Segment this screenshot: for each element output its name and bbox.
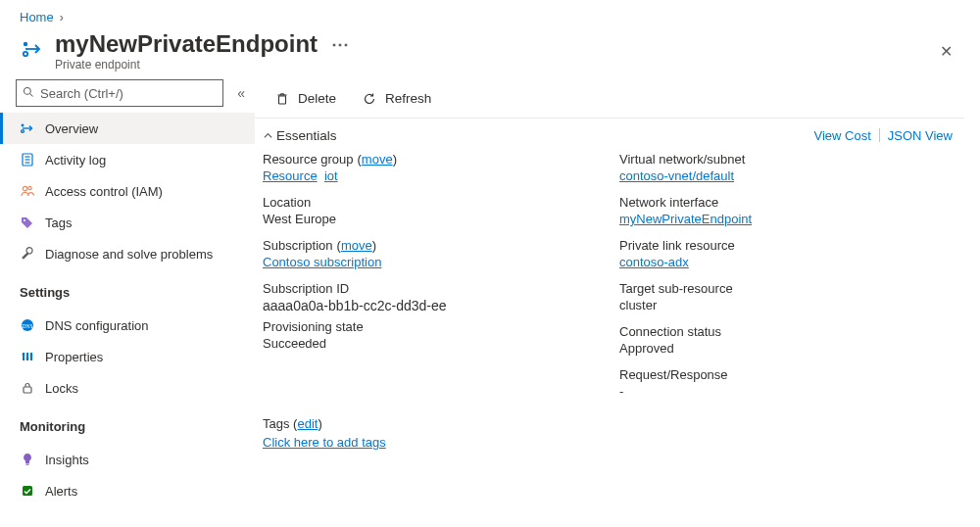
refresh-button[interactable]: Refresh <box>352 87 441 111</box>
svg-text:DNS: DNS <box>22 323 32 329</box>
sidebar-item-activity-log[interactable]: Activity log <box>0 144 255 175</box>
essentials-header[interactable]: Essentials View Cost JSON View <box>255 119 964 152</box>
sidebar-item-label: Insights <box>45 453 89 467</box>
field-network-interface: Network interface myNewPrivateEndpoint <box>619 195 956 226</box>
resource-group-move-link[interactable]: move <box>362 152 393 167</box>
svg-point-0 <box>24 42 27 46</box>
svg-rect-21 <box>24 387 31 393</box>
sidebar-group-settings: Settings <box>16 269 255 306</box>
sidebar-item-label: Alerts <box>45 484 77 499</box>
sidebar-item-label: Tags <box>45 216 72 230</box>
command-bar: Delete Refresh <box>255 79 964 119</box>
log-icon <box>20 152 35 168</box>
more-menu-button[interactable]: ⋯ <box>331 33 350 55</box>
field-private-link-resource: Private link resource contoso-adx <box>619 238 956 269</box>
svg-point-11 <box>28 186 31 189</box>
chevron-right-icon: › <box>60 11 64 24</box>
breadcrumb: Home › <box>0 0 980 26</box>
svg-point-12 <box>24 219 25 221</box>
sidebar-item-access-control[interactable]: Access control (IAM) <box>0 175 255 207</box>
page-subtitle: Private endpoint <box>55 58 350 72</box>
sidebar-item-label: Activity log <box>45 153 106 168</box>
sidebar: « Overview Activity log <box>0 79 255 526</box>
svg-point-4 <box>22 124 24 127</box>
sidebar-item-dns-configuration[interactable]: DNS DNS configuration <box>0 310 255 341</box>
close-button[interactable]: ✕ <box>936 38 956 65</box>
sidebar-item-alerts[interactable]: Alerts <box>0 475 255 506</box>
tag-icon <box>20 215 35 230</box>
trash-icon <box>274 91 290 107</box>
svg-rect-22 <box>26 464 29 465</box>
refresh-icon <box>362 91 377 107</box>
svg-point-20 <box>30 355 33 358</box>
view-cost-link[interactable]: View Cost <box>806 128 878 143</box>
collapse-sidebar-button[interactable]: « <box>233 81 249 105</box>
field-location: Location West Europe <box>263 195 600 226</box>
network-interface-link[interactable]: myNewPrivateEndpoint <box>619 212 752 226</box>
field-tags: Tags (edit) Click here to add tags <box>255 399 964 450</box>
essentials-grid: Resource group (move) Resource iot Locat… <box>255 152 964 399</box>
breadcrumb-home[interactable]: Home <box>20 10 54 24</box>
dns-icon: DNS <box>20 317 35 333</box>
vnet-subnet-link[interactable]: contoso-vnet/default <box>619 168 734 183</box>
sidebar-item-label: Diagnose and solve problems <box>45 247 213 262</box>
field-vnet-subnet: Virtual network/subnet contoso-vnet/defa… <box>619 152 956 183</box>
subscription-move-link[interactable]: move <box>341 238 372 253</box>
sidebar-item-label: Access control (IAM) <box>45 184 163 199</box>
sidebar-group-monitoring: Monitoring <box>16 404 255 440</box>
sidebar-item-label: Overview <box>45 121 98 136</box>
essentials-title: Essentials <box>276 128 337 143</box>
tags-edit-link[interactable]: edit <box>297 416 318 431</box>
sidebar-item-properties[interactable]: Properties <box>0 341 255 372</box>
delete-label: Delete <box>298 91 336 106</box>
svg-point-19 <box>26 358 29 360</box>
resource-group-link-2[interactable]: iot <box>324 168 338 183</box>
field-provisioning-state: Provisioning state Succeeded <box>263 319 600 351</box>
field-subscription-id: Subscription ID aaaa0a0a-bb1b-cc2c-dd3d-… <box>263 281 600 313</box>
page-header: myNewPrivateEndpoint ⋯ Private endpoint … <box>0 26 980 79</box>
svg-point-10 <box>23 186 26 190</box>
sidebar-item-label: Properties <box>45 350 103 364</box>
resource-group-link-1[interactable]: Resource <box>263 168 318 183</box>
search-icon <box>23 86 34 101</box>
refresh-label: Refresh <box>385 91 431 106</box>
svg-point-18 <box>23 354 25 357</box>
main-content: Delete Refresh Essentials View Cost JSON… <box>255 79 980 469</box>
field-connection-status: Connection status Approved <box>619 324 956 356</box>
json-view-link[interactable]: JSON View <box>880 128 960 143</box>
private-endpoint-icon <box>20 36 45 62</box>
subscription-link[interactable]: Contoso subscription <box>263 255 381 269</box>
delete-button[interactable]: Delete <box>265 87 346 111</box>
page-title: myNewPrivateEndpoint <box>55 30 318 58</box>
endpoint-icon <box>20 120 35 136</box>
sidebar-item-locks[interactable]: Locks <box>0 372 255 404</box>
properties-icon <box>20 349 35 364</box>
svg-rect-24 <box>279 96 286 104</box>
sidebar-item-diagnose[interactable]: Diagnose and solve problems <box>0 238 255 269</box>
wrench-icon <box>20 246 35 262</box>
field-resource-group: Resource group (move) Resource iot <box>263 152 600 183</box>
insights-icon <box>20 452 35 467</box>
svg-line-3 <box>30 93 33 96</box>
sidebar-item-insights[interactable]: Insights <box>0 444 255 475</box>
field-subscription: Subscription (move) Contoso subscription <box>263 238 600 269</box>
sidebar-item-label: Locks <box>45 381 78 396</box>
svg-point-1 <box>24 52 27 56</box>
people-icon <box>20 183 35 199</box>
sidebar-item-tags[interactable]: Tags <box>0 207 255 238</box>
svg-rect-23 <box>23 486 32 496</box>
svg-point-5 <box>22 130 24 133</box>
search-input[interactable] <box>40 86 217 101</box>
alerts-icon <box>20 483 35 499</box>
field-request-response: Request/Response - <box>619 367 956 399</box>
add-tags-link[interactable]: Click here to add tags <box>263 435 386 450</box>
lock-icon <box>20 380 35 396</box>
sidebar-item-overview[interactable]: Overview <box>0 113 255 144</box>
field-target-sub-resource: Target sub-resource cluster <box>619 281 956 312</box>
chevron-up-icon <box>259 130 276 141</box>
search-box <box>16 79 223 107</box>
svg-point-2 <box>24 87 31 94</box>
private-link-resource-link[interactable]: contoso-adx <box>619 255 689 269</box>
sidebar-item-label: DNS configuration <box>45 318 149 333</box>
